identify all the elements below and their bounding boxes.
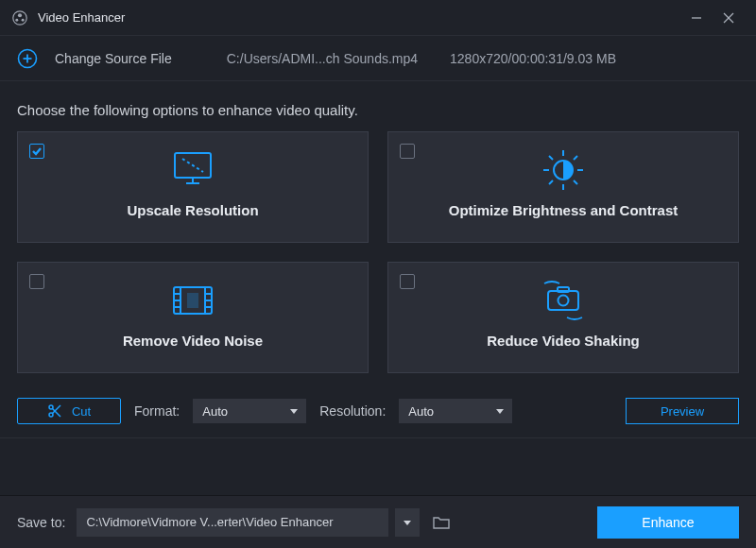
resolution-select[interactable]: Auto (399, 399, 512, 423)
svg-point-1 (18, 13, 22, 17)
preview-label: Preview (661, 404, 704, 419)
card-reduce-shaking[interactable]: Reduce Video Shaking (387, 262, 739, 373)
source-path: C:/Users/ADMI...ch Sounds.mp4 (227, 51, 418, 66)
svg-rect-32 (187, 293, 198, 308)
save-path-text: C:\Vidmore\Vidmore V...erter\Video Enhan… (86, 515, 333, 529)
enhance-label: Enhance (642, 515, 694, 530)
card-title: Upscale Resolution (127, 202, 258, 218)
svg-point-35 (558, 296, 569, 306)
checkbox[interactable] (400, 274, 415, 289)
card-upscale-resolution[interactable]: Upscale Resolution (17, 131, 369, 243)
checkbox[interactable] (400, 144, 415, 159)
folder-icon (432, 515, 451, 530)
save-bar: Save to: C:\Vidmore\Vidmore V...erter\Vi… (0, 495, 756, 548)
checkbox[interactable] (29, 274, 44, 289)
cut-label: Cut (72, 404, 91, 419)
save-to-label: Save to: (17, 515, 65, 530)
cut-button[interactable]: Cut (17, 398, 121, 424)
minimize-button[interactable] (680, 6, 713, 30)
svg-line-11 (182, 159, 203, 172)
svg-rect-33 (548, 291, 578, 310)
camera-shake-icon (537, 278, 590, 323)
svg-point-37 (49, 413, 53, 417)
film-icon (168, 278, 217, 323)
close-button[interactable] (713, 6, 745, 30)
svg-rect-34 (558, 287, 569, 292)
svg-point-0 (13, 10, 26, 24)
svg-line-19 (549, 156, 553, 160)
chevron-down-icon (495, 406, 505, 416)
svg-marker-40 (290, 409, 298, 414)
card-title: Reduce Video Shaking (487, 333, 639, 349)
toolbar: Cut Format: Auto Resolution: Auto Previe… (0, 390, 756, 438)
card-brightness-contrast[interactable]: Optimize Brightness and Contrast (387, 131, 739, 243)
svg-marker-41 (496, 409, 504, 414)
format-value: Auto (202, 404, 228, 419)
browse-folder-button[interactable] (427, 508, 455, 537)
svg-marker-42 (404, 521, 411, 525)
svg-point-2 (15, 18, 18, 21)
app-title: Video Enhancer (38, 10, 125, 25)
card-remove-noise[interactable]: Remove Video Noise (17, 262, 369, 373)
source-bar: Change Source File C:/Users/ADMI...ch So… (0, 36, 756, 81)
card-title: Optimize Brightness and Contrast (449, 202, 679, 218)
svg-line-20 (574, 180, 577, 184)
source-meta: 1280x720/00:00:31/9.03 MB (450, 51, 616, 66)
card-title: Remove Video Noise (123, 333, 263, 349)
app-icon (11, 9, 28, 26)
format-select[interactable]: Auto (193, 399, 306, 423)
format-label: Format: (134, 403, 180, 419)
enhance-options: Upscale Resolution Optimize Brightness a… (0, 131, 756, 390)
add-icon[interactable] (17, 48, 38, 69)
change-source-link[interactable]: Change Source File (55, 51, 172, 66)
save-path-dropdown[interactable] (395, 508, 420, 537)
svg-line-21 (549, 180, 553, 184)
instruction-text: Choose the following options to enhance … (0, 81, 756, 131)
enhance-button[interactable]: Enhance (597, 506, 739, 539)
chevron-down-icon (403, 518, 412, 527)
svg-point-36 (49, 405, 53, 409)
chevron-down-icon (289, 406, 299, 416)
save-path-field[interactable]: C:\Vidmore\Vidmore V...erter\Video Enhan… (77, 508, 388, 537)
checkbox[interactable] (29, 144, 44, 159)
monitor-icon (169, 147, 216, 193)
svg-line-22 (574, 156, 577, 160)
titlebar: Video Enhancer (0, 0, 756, 36)
preview-button[interactable]: Preview (626, 398, 739, 424)
resolution-label: Resolution: (319, 403, 386, 419)
scissors-icon (47, 403, 62, 419)
brightness-icon (540, 147, 587, 193)
svg-point-3 (22, 18, 25, 21)
resolution-value: Auto (408, 404, 434, 419)
